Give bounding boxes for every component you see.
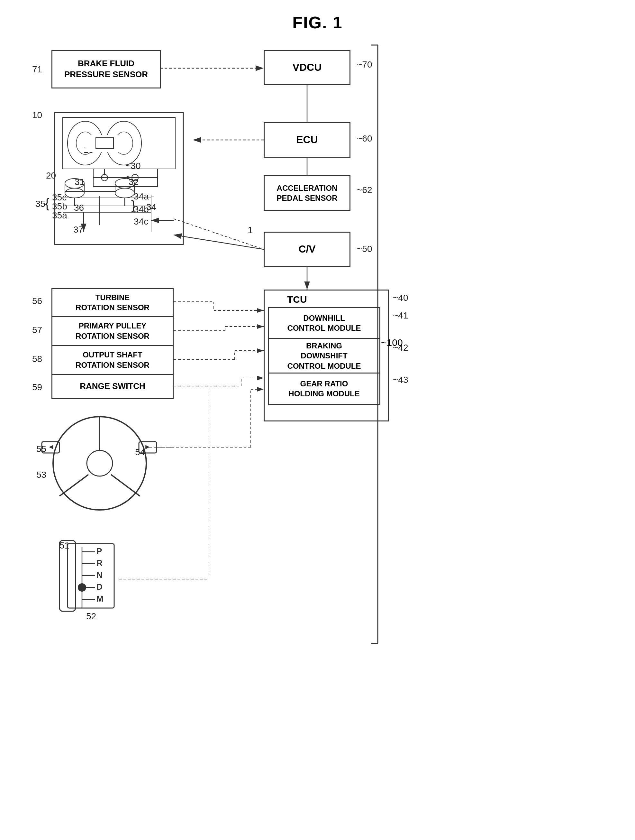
brake-sensor-label: BRAKE FLUIDPRESSURE SENSOR	[64, 58, 148, 80]
diagram-container: FIG. 1 BRAKE FLUIDPRESSURE SENSOR 71 VDC…	[0, 0, 635, 840]
num34-brace: }	[131, 198, 136, 213]
output-shaft-ref: 58	[32, 354, 42, 364]
ecu-box: ECU	[264, 122, 350, 158]
braking-label: BRAKINGDOWNSHIFTCONTROL MODULE	[287, 341, 361, 371]
gear-selector-ref: 51	[60, 540, 69, 551]
primary-pulley-ref: 57	[32, 325, 42, 335]
braking-ref: ~42	[393, 343, 408, 353]
gear-ratio-box: GEAR RATIOHOLDING MODULE	[268, 373, 380, 405]
svg-point-35	[115, 132, 133, 155]
svg-point-34	[106, 121, 142, 165]
gear-ratio-ref: ~43	[393, 375, 408, 385]
downhill-ref: ~41	[393, 311, 408, 321]
output-shaft-box: OUTPUT SHAFTROTATION SENSOR	[52, 346, 173, 375]
svg-text:D: D	[96, 582, 102, 592]
num34-ref: 34	[146, 202, 156, 212]
svg-point-66	[53, 417, 146, 510]
range-switch-label: RANGE SWITCH	[80, 381, 145, 392]
accel-sensor-ref: ~62	[357, 185, 372, 195]
cvt-inner-ref: 15	[84, 145, 94, 155]
tcu-ref: ~40	[393, 293, 408, 303]
svg-text:M: M	[96, 594, 104, 603]
steering-ref: 53	[36, 470, 46, 480]
downhill-label: DOWNHILLCONTROL MODULE	[287, 313, 361, 333]
svg-rect-31	[63, 117, 175, 169]
vdcu-label: VDCU	[293, 61, 322, 74]
num34a-ref: 34a	[134, 191, 149, 202]
range-switch-box: RANGE SWITCH	[52, 375, 173, 399]
svg-text:◄: ◄	[47, 443, 55, 451]
num35a-ref: 35a	[52, 210, 67, 221]
svg-rect-37	[96, 138, 113, 148]
turbine-label: TURBINEROTATION SENSOR	[76, 292, 150, 313]
paddle-right-ref: 54	[135, 447, 145, 458]
ecu-ref: ~60	[357, 134, 372, 144]
cv-box: C/V	[264, 232, 350, 267]
svg-point-63	[101, 174, 108, 181]
cvt-arrow-ref: 1	[247, 224, 253, 235]
svg-text:R: R	[96, 558, 102, 568]
svg-line-69	[60, 475, 88, 496]
gear-selector-bottom-ref: 52	[86, 611, 96, 622]
cv-label: C/V	[298, 243, 315, 256]
tcu-outer-box: TCU DOWNHILLCONTROL MODULE BRAKINGDOWNSH…	[264, 289, 389, 422]
primary-pulley-label: PRIMARY PULLEYROTATION SENSOR	[76, 321, 150, 341]
gear-ratio-label: GEAR RATIOHOLDING MODULE	[288, 379, 359, 399]
num36-ref: 36	[74, 203, 84, 213]
num35-brace: {	[45, 196, 49, 211]
brake-sensor-ref: 71	[32, 64, 42, 75]
brake-sensor-box: BRAKE FLUIDPRESSURE SENSOR	[52, 50, 161, 88]
output-shaft-label: OUTPUT SHAFTROTATION SENSOR	[76, 350, 150, 369]
primary-pulley-box: PRIMARY PULLEYROTATION SENSOR	[52, 317, 173, 346]
downhill-box: DOWNHILLCONTROL MODULE	[268, 307, 380, 339]
vdcu-ref: ~70	[357, 60, 372, 70]
svg-text:►: ►	[144, 443, 151, 451]
svg-text:P: P	[96, 546, 102, 556]
tcu-title: TCU	[287, 293, 307, 306]
svg-point-43	[115, 188, 134, 198]
range-switch-ref: 59	[32, 382, 42, 393]
num34c-ref: 34c	[134, 216, 148, 227]
braking-box: BRAKINGDOWNSHIFTCONTROL MODULE	[268, 338, 380, 374]
svg-text:N: N	[96, 570, 102, 580]
num32-ref: 32	[129, 177, 139, 187]
svg-line-10	[173, 235, 264, 249]
accel-sensor-box: ACCELERATIONPEDAL SENSOR	[264, 175, 350, 211]
num37-ref: 37	[73, 224, 83, 235]
vdcu-box: VDCU	[264, 50, 350, 85]
cv-ref: ~50	[357, 244, 372, 254]
svg-rect-76	[68, 544, 114, 608]
num35-ref: 35	[35, 199, 45, 209]
svg-line-70	[111, 475, 140, 496]
gear-block-ref: ~30	[125, 161, 141, 171]
svg-rect-61	[93, 169, 158, 186]
svg-rect-89	[60, 540, 76, 611]
svg-point-88	[78, 584, 86, 591]
ecu-label: ECU	[296, 133, 318, 147]
accel-sensor-label: ACCELERATIONPEDAL SENSOR	[277, 183, 337, 203]
turbine-ref: 56	[32, 296, 42, 306]
paddle-left-ref: 55	[36, 444, 46, 454]
svg-point-32	[68, 121, 103, 165]
svg-point-67	[87, 450, 112, 476]
svg-point-39	[65, 188, 84, 198]
num31-ref: 31	[75, 177, 85, 187]
cvt-block-ref: 10	[32, 110, 42, 120]
turbine-box: TURBINEROTATION SENSOR	[52, 288, 173, 317]
pulley-ref: 20	[46, 171, 56, 181]
figure-title: FIG. 1	[292, 13, 342, 32]
